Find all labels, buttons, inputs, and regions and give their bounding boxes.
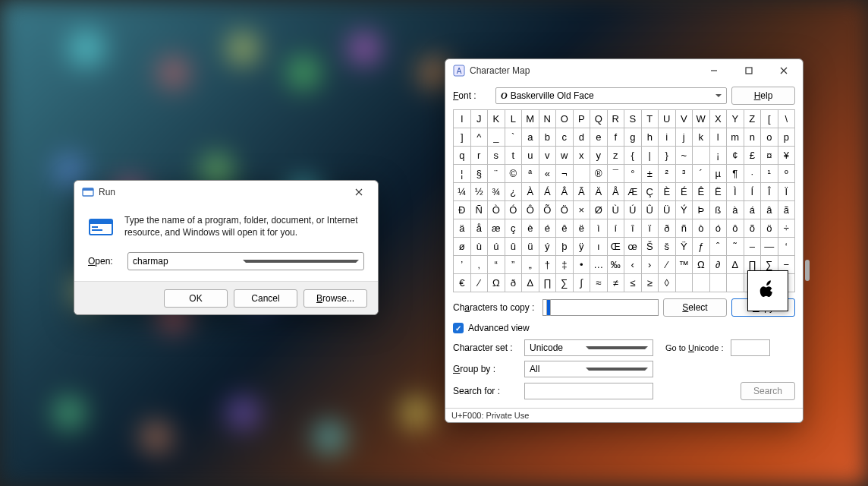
character-cell[interactable]: l [710,128,728,147]
character-cell[interactable]: µ [710,165,728,183]
character-cell[interactable]: ó [710,219,728,238]
character-cell[interactable]: n [744,128,762,147]
character-cell[interactable]: Z [744,110,762,128]
character-cell[interactable]: L [505,110,523,128]
character-cell[interactable]: ê [556,219,574,238]
minimize-icon[interactable] [697,59,731,82]
character-cell[interactable]: õ [744,219,762,238]
close-icon[interactable] [766,59,801,82]
character-cell[interactable]: Ø [590,201,608,219]
character-cell[interactable]: † [539,256,557,274]
character-cell[interactable]: ^ [471,128,489,147]
character-cell[interactable]: J [471,110,489,128]
character-cell[interactable]: ∕ [471,274,489,292]
character-cell[interactable]: ´ [693,165,710,183]
character-cell[interactable]: × [574,201,591,219]
character-cell[interactable]: ô [727,219,744,238]
character-cell[interactable]: ˜ [727,238,744,256]
character-cell[interactable]: þ [556,238,574,256]
character-cell[interactable]: ³ [676,165,693,183]
font-select[interactable]: O Baskerville Old Face [495,87,727,104]
character-cell[interactable]: W [693,110,710,128]
character-cell[interactable]: § [471,165,489,183]
character-cell[interactable]: ’ [454,256,471,274]
character-cell[interactable]: º [778,165,796,183]
character-cell[interactable]: Ö [556,201,574,219]
character-cell[interactable]: À [522,183,539,201]
character-cell[interactable]: \ [778,110,796,128]
character-cell[interactable]: K [488,110,505,128]
character-cell[interactable]: ã [778,201,796,219]
character-cell[interactable]: Á [539,183,557,201]
character-cell[interactable]: y [590,147,608,165]
character-cell[interactable]: I [454,110,471,128]
character-cell[interactable]: ¡ [710,147,728,165]
character-cell[interactable]: ª [522,165,539,183]
groupby-select[interactable]: All [524,361,653,377]
character-cell[interactable]: © [505,165,523,183]
character-cell[interactable]: q [454,147,471,165]
character-cell[interactable]: î [624,219,642,238]
character-cell[interactable]: ù [471,238,489,256]
character-cell[interactable]: f [608,128,625,147]
character-cell[interactable]: ¿ [505,183,523,201]
character-cell[interactable]: • [574,256,591,274]
search-button[interactable]: Search [741,382,795,400]
character-cell[interactable]: Ë [710,183,728,201]
character-cell[interactable]: Ê [693,183,710,201]
character-cell[interactable]: ∂ [710,256,728,274]
character-cell[interactable]: ÷ [778,219,796,238]
character-cell[interactable]: ı [590,238,608,256]
character-cell[interactable]: „ [522,256,539,274]
character-cell[interactable]: ß [710,201,728,219]
character-cell[interactable]: T [642,110,659,128]
character-cell[interactable]: r [471,147,489,165]
character-cell[interactable]: U [659,110,676,128]
character-cell[interactable]: ‡ [556,256,574,274]
character-cell[interactable]: t [505,147,523,165]
character-cell[interactable]: S [624,110,642,128]
character-cell[interactable]: ÿ [574,238,591,256]
character-cell[interactable]: Ω [693,256,710,274]
character-cell[interactable]: ‚ [471,256,489,274]
character-cell[interactable]: Q [590,110,608,128]
character-cell[interactable] [710,274,728,292]
select-button[interactable]: Select [663,298,727,317]
character-cell[interactable]: ≈ [590,274,608,292]
character-cell[interactable]: d [574,128,591,147]
character-cell[interactable]: “ [488,256,505,274]
goto-unicode-input[interactable] [731,339,770,356]
character-cell[interactable]: ä [454,219,471,238]
character-cell[interactable]: ¾ [488,183,505,201]
character-cell[interactable]: Â [556,183,574,201]
character-cell[interactable]: – [744,238,762,256]
character-cell[interactable]: V [676,110,693,128]
character-cell[interactable]: ¼ [454,183,471,201]
character-cell[interactable]: c [556,128,574,147]
character-cell[interactable]: u [522,147,539,165]
character-cell[interactable]: â [761,201,778,219]
character-cell[interactable]: ≤ [624,274,642,292]
character-cell[interactable]: ¥ [778,147,796,165]
character-cell[interactable]: g [624,128,642,147]
character-cell[interactable]: ø [454,238,471,256]
character-cell[interactable]: ý [539,238,557,256]
character-cell[interactable]: ƒ [693,238,710,256]
character-cell[interactable]: ¢ [727,147,744,165]
character-cell[interactable]: ‹ [624,256,642,274]
character-cell[interactable]: í [608,219,625,238]
character-cell[interactable]: å [471,219,489,238]
character-cell[interactable]: h [642,128,659,147]
character-cell[interactable]: x [574,147,591,165]
character-cell[interactable]: £ [744,147,762,165]
character-cell[interactable]: i [659,128,676,147]
character-cell[interactable]: Û [642,201,659,219]
character-cell[interactable]: Ó [505,201,523,219]
character-cell[interactable]: j [676,128,693,147]
character-cell[interactable]: o [761,128,778,147]
character-cell[interactable]: È [659,183,676,201]
cancel-button[interactable]: Cancel [234,289,297,308]
character-cell[interactable]: Ä [590,183,608,201]
character-cell[interactable] [693,274,710,292]
character-cell[interactable]: Ç [642,183,659,201]
